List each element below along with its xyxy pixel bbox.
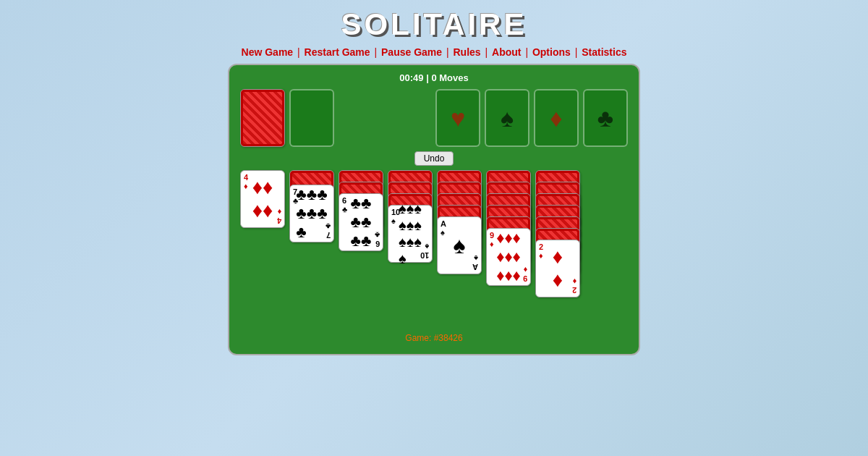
- undo-area: Undo: [240, 151, 628, 166]
- tableau-col-1: 7♣ ♣♣♣♣♣♣♣ 7♣: [289, 170, 334, 253]
- foundation-spades[interactable]: ♠: [485, 89, 529, 147]
- card-9d[interactable]: 9♦ ♦♦♦♦♦♦♦♦♦ 9♦: [486, 228, 531, 286]
- nav-pause-game[interactable]: Pause Game: [381, 46, 442, 58]
- card-2d[interactable]: 2♦ ♦♦ 2♦: [535, 240, 580, 297]
- nav-rules[interactable]: Rules: [454, 46, 481, 58]
- tableau-col-5: 9♦ ♦♦♦♦♦♦♦♦♦ 9♦: [486, 170, 531, 311]
- hearts-symbol: ♥: [451, 104, 465, 132]
- nav-restart-game[interactable]: Restart Game: [305, 46, 370, 58]
- card-4d[interactable]: 4♦ ♦♦♦♦ 4♦: [240, 170, 285, 228]
- nav-bar: New Game | Restart Game | Pause Game | R…: [242, 46, 627, 58]
- nav-options[interactable]: Options: [532, 46, 571, 58]
- game-number-label: Game:: [405, 333, 431, 343]
- card-6c[interactable]: 6♣ ♣♣♣♣♣♣ 6♣: [339, 193, 383, 251]
- status-bar: 00:49 | 0 Moves: [240, 72, 628, 83]
- diamonds-symbol: ♦: [550, 104, 562, 132]
- nav-new-game[interactable]: New Game: [242, 46, 294, 58]
- game-title: SOLITAIRE: [341, 7, 527, 42]
- foundation-diamonds[interactable]: ♦: [534, 89, 579, 147]
- top-area: ♥ ♠ ♦ ♣: [240, 89, 628, 147]
- timer: 00:49: [399, 72, 423, 83]
- game-number-area: Game: #38426: [240, 333, 628, 343]
- foundation-clubs[interactable]: ♣: [583, 89, 628, 147]
- card-10s[interactable]: 10♠ ♠♠♠♠♠♠♠♠♠♠ 10♠: [388, 205, 433, 263]
- card-as[interactable]: A♠ ♠ A♠: [437, 216, 482, 274]
- tableau: 4♦ ♦♦♦♦ 4♦ 7♣ ♣♣♣♣♣♣♣ 7♣: [240, 170, 628, 326]
- tableau-col-0: 4♦ ♦♦♦♦ 4♦: [240, 170, 285, 235]
- foundation-hearts[interactable]: ♥: [435, 89, 480, 147]
- clubs-symbol: ♣: [597, 104, 613, 132]
- game-board: 00:49 | 0 Moves ♥ ♠ ♦ ♣ Undo: [228, 64, 640, 355]
- tableau-col-6: 2♦ ♦♦ 2♦: [535, 170, 580, 326]
- waste-pile: [289, 89, 334, 147]
- tableau-col-3: 10♠ ♠♠♠♠♠♠♠♠♠♠ 10♠: [388, 170, 433, 282]
- stock-pile[interactable]: [240, 89, 285, 147]
- tableau-col-4: A♠ ♠ A♠: [437, 170, 482, 297]
- nav-about[interactable]: About: [492, 46, 521, 58]
- moves-counter: 0 Moves: [431, 72, 468, 83]
- spades-symbol: ♠: [501, 104, 514, 132]
- game-number-value: #38426: [434, 333, 463, 343]
- stock-waste-area: [240, 89, 334, 147]
- tableau-col-2: 6♣ ♣♣♣♣♣♣ 6♣: [339, 170, 383, 268]
- foundation-area: ♥ ♠ ♦ ♣: [435, 89, 628, 147]
- nav-statistics[interactable]: Statistics: [582, 46, 626, 58]
- undo-button[interactable]: Undo: [414, 151, 454, 166]
- card-7c[interactable]: 7♣ ♣♣♣♣♣♣♣ 7♣: [289, 185, 334, 242]
